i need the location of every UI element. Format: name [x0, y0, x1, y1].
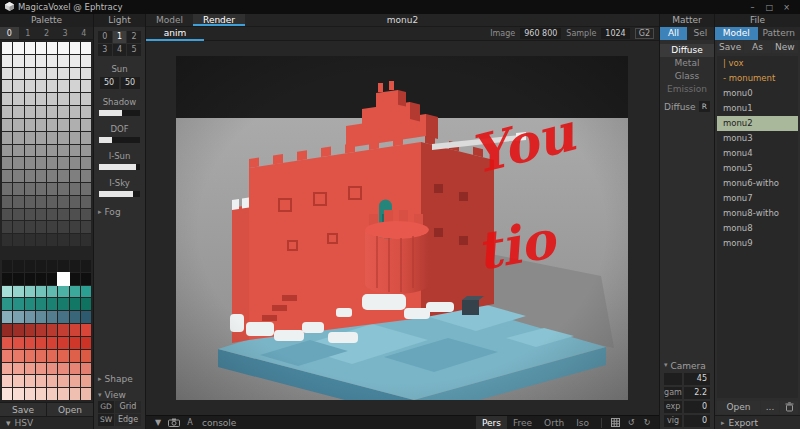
rendered-image[interactable]: You tio: [176, 56, 628, 400]
file-item-monu4[interactable]: monu4: [717, 146, 798, 161]
palette-swatch[interactable]: [47, 80, 57, 92]
palette-swatch[interactable]: [47, 196, 57, 208]
close-icon[interactable]: ×: [778, 3, 795, 12]
palette-swatch[interactable]: [2, 93, 12, 105]
palette-swatch[interactable]: [2, 311, 12, 323]
palette-swatch[interactable]: [2, 273, 12, 285]
palette-swatch[interactable]: [81, 157, 91, 169]
palette-swatch[interactable]: [36, 42, 46, 54]
palette-swatch[interactable]: [70, 375, 80, 387]
palette-swatch[interactable]: [81, 132, 91, 144]
roughness-button[interactable]: R: [699, 101, 710, 112]
palette-swatch[interactable]: [25, 286, 35, 298]
palette-swatch[interactable]: [2, 209, 12, 221]
palette-swatch[interactable]: [36, 375, 46, 387]
tab-render[interactable]: Render: [193, 14, 245, 26]
palette-open-button[interactable]: Open: [46, 403, 93, 416]
export-button[interactable]: ▸ Export: [715, 415, 800, 429]
palette-swatch[interactable]: [81, 375, 91, 387]
grid-toggle-button[interactable]: Grid: [115, 401, 141, 413]
palette-swatch[interactable]: [13, 157, 23, 169]
palette-swatch[interactable]: [47, 337, 57, 349]
light-preset-0[interactable]: 0: [98, 31, 112, 43]
palette-swatch[interactable]: [13, 119, 23, 131]
grid-snap-icon[interactable]: [608, 418, 622, 427]
palette-swatch[interactable]: [36, 337, 46, 349]
palette-swatch[interactable]: [13, 350, 23, 362]
palette-swatch[interactable]: [36, 157, 46, 169]
palette-swatch[interactable]: [47, 350, 57, 362]
palette-swatch[interactable]: [36, 170, 46, 182]
camera-fov-button[interactable]: [664, 373, 682, 385]
palette-swatch[interactable]: [47, 273, 57, 285]
palette-swatch[interactable]: [2, 234, 12, 246]
maximize-icon[interactable]: □: [761, 3, 778, 12]
palette-swatch[interactable]: [81, 324, 91, 336]
palette-swatch[interactable]: [81, 68, 91, 80]
file-item-monu2[interactable]: monu2: [717, 116, 798, 131]
rotate-cw-icon[interactable]: ↻: [640, 418, 654, 427]
palette-swatch[interactable]: [47, 209, 57, 221]
palette-swatch[interactable]: [36, 55, 46, 67]
palette-swatch[interactable]: [2, 145, 12, 157]
palette-swatch[interactable]: [2, 221, 12, 233]
palette-swatch[interactable]: [58, 196, 68, 208]
palette-swatch[interactable]: [13, 55, 23, 67]
file-item-monu8-witho[interactable]: monu8-witho: [717, 206, 798, 221]
palette-swatch[interactable]: [13, 106, 23, 118]
palette-swatch[interactable]: [47, 247, 57, 259]
palette-swatch[interactable]: [70, 157, 80, 169]
light-preset-5[interactable]: 5: [127, 44, 141, 56]
palette-swatch[interactable]: [47, 221, 57, 233]
palette-swatch[interactable]: [70, 298, 80, 310]
palette-swatch[interactable]: [2, 286, 12, 298]
palette-swatch[interactable]: [81, 311, 91, 323]
palette-save-button[interactable]: Save: [0, 403, 46, 416]
palette-swatch[interactable]: [47, 68, 57, 80]
palette-swatch[interactable]: [25, 247, 35, 259]
palette-swatch[interactable]: [58, 273, 68, 285]
gi-toggle-button[interactable]: G2: [635, 28, 654, 39]
palette-swatch[interactable]: [58, 311, 68, 323]
palette-swatch[interactable]: [36, 183, 46, 195]
palette-tab-4[interactable]: 4: [74, 27, 93, 39]
palette-swatch[interactable]: [47, 170, 57, 182]
palette-swatch[interactable]: [47, 298, 57, 310]
palette-swatch[interactable]: [58, 234, 68, 246]
palette-swatch[interactable]: [36, 119, 46, 131]
palette-swatch[interactable]: [2, 55, 12, 67]
palette-swatch[interactable]: [36, 221, 46, 233]
palette-swatch[interactable]: [58, 170, 68, 182]
palette-swatch[interactable]: [47, 145, 57, 157]
palette-swatch[interactable]: [81, 247, 91, 259]
palette-swatch[interactable]: [58, 350, 68, 362]
palette-swatch[interactable]: [13, 145, 23, 157]
palette-swatch[interactable]: [13, 132, 23, 144]
palette-swatch[interactable]: [13, 247, 23, 259]
shadow-toggle-button[interactable]: SW: [98, 414, 114, 426]
palette-swatch[interactable]: [81, 145, 91, 157]
palette-swatch[interactable]: [81, 170, 91, 182]
trash-icon[interactable]: [780, 401, 798, 414]
palette-swatch[interactable]: [47, 234, 57, 246]
palette-swatch[interactable]: [13, 298, 23, 310]
palette-swatch[interactable]: [70, 68, 80, 80]
palette-swatch[interactable]: [25, 145, 35, 157]
palette-swatch[interactable]: [2, 298, 12, 310]
palette-swatch[interactable]: [36, 209, 46, 221]
file-open-button[interactable]: Open: [717, 401, 760, 414]
palette-swatch[interactable]: [2, 337, 12, 349]
palette-swatch[interactable]: [25, 68, 35, 80]
palette-swatch[interactable]: [58, 106, 68, 118]
palette-swatch[interactable]: [81, 80, 91, 92]
palette-swatch[interactable]: [25, 183, 35, 195]
palette-swatch[interactable]: [47, 183, 57, 195]
palette-swatch[interactable]: [25, 196, 35, 208]
palette-swatch[interactable]: [2, 363, 12, 375]
palette-swatch[interactable]: [13, 93, 23, 105]
palette-swatch[interactable]: [2, 260, 12, 272]
console-input[interactable]: console: [202, 418, 236, 428]
palette-tab-2[interactable]: 2: [37, 27, 56, 39]
palette-swatch[interactable]: [70, 55, 80, 67]
palette-swatch[interactable]: [25, 375, 35, 387]
